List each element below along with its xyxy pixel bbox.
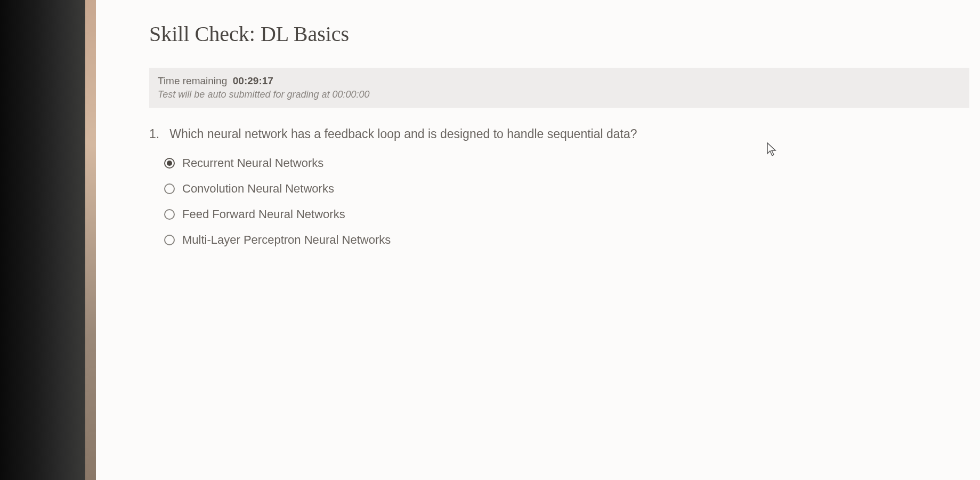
option-label: Multi-Layer Perceptron Neural Networks — [182, 233, 391, 247]
question-body: Which neural network has a feedback loop… — [169, 127, 637, 141]
cursor-icon — [766, 142, 777, 157]
option-label: Feed Forward Neural Networks — [182, 207, 345, 221]
photo-strip — [85, 0, 96, 480]
option-recurrent[interactable]: Recurrent Neural Networks — [164, 156, 980, 170]
radio-icon — [164, 235, 175, 245]
radio-icon — [164, 183, 175, 194]
page-frame: Skill Check: DL Basics Time remaining 00… — [0, 0, 980, 480]
radio-icon — [164, 209, 175, 220]
question-number: 1. — [149, 127, 159, 141]
timer-line: Time remaining 00:29:17 — [158, 75, 961, 87]
option-feedforward[interactable]: Feed Forward Neural Networks — [164, 207, 980, 221]
quiz-content: Skill Check: DL Basics Time remaining 00… — [96, 0, 980, 480]
radio-icon — [164, 158, 175, 169]
question-text: 1. Which neural network has a feedback l… — [149, 127, 980, 141]
page-title: Skill Check: DL Basics — [149, 21, 980, 46]
timer-label: Time remaining — [158, 75, 227, 86]
timer-note: Test will be auto submitted for grading … — [158, 89, 961, 100]
timer-banner: Time remaining 00:29:17 Test will be aut… — [149, 68, 969, 108]
question-block: 1. Which neural network has a feedback l… — [149, 127, 980, 247]
option-mlp[interactable]: Multi-Layer Perceptron Neural Networks — [164, 233, 980, 247]
option-label: Recurrent Neural Networks — [182, 156, 323, 170]
option-convolution[interactable]: Convolution Neural Networks — [164, 182, 980, 196]
photo-bezel-left — [0, 0, 85, 480]
option-label: Convolution Neural Networks — [182, 182, 334, 196]
timer-value: 00:29:17 — [233, 75, 273, 86]
options-list: Recurrent Neural Networks Convolution Ne… — [149, 156, 980, 247]
